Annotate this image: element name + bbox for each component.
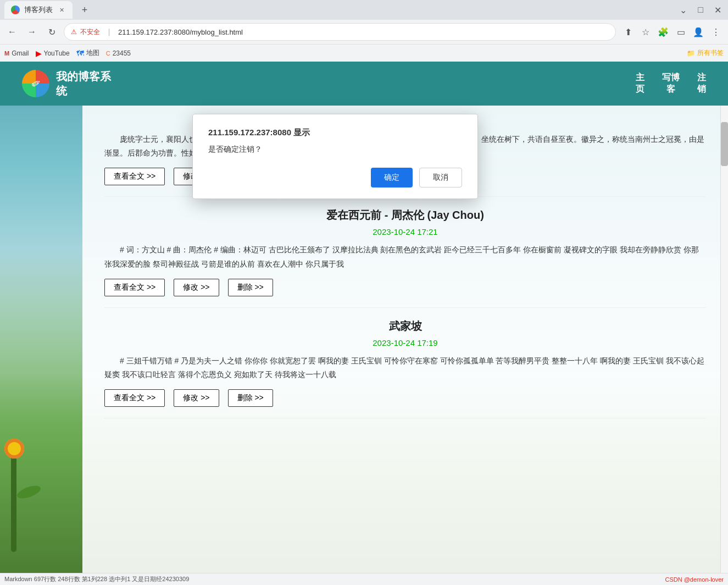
- nav-logout[interactable]: 注销: [697, 72, 706, 95]
- security-icon: ⚠: [71, 28, 77, 36]
- bookmark-gmail-label: Gmail: [12, 49, 29, 57]
- site-title: 我的博客系 统: [56, 69, 111, 98]
- post-3-actions: 查看全文 >> 修改 >> 删除 >>: [104, 389, 706, 407]
- extensions-icon[interactable]: 🧩: [655, 24, 671, 40]
- post-3-content: # 三姐千错万错 # 乃是为夫一人之错 你你你 你就宽恕了罢 啊我的妻 王氏宝钏…: [104, 354, 706, 382]
- post-3-title: 武家坡: [104, 319, 706, 334]
- post-2-edit-button[interactable]: 修改 >>: [174, 279, 219, 296]
- sidebar-icon[interactable]: ▭: [673, 24, 688, 40]
- bookmark-youtube-label: YouTube: [44, 49, 70, 57]
- post-3-edit-button[interactable]: 修改 >>: [174, 389, 219, 407]
- maps-icon: 🗺: [76, 49, 84, 58]
- gmail-icon: M: [4, 50, 9, 57]
- blog-post-3: 武家坡 2023-10-24 17:19 # 三姐千错万错 # 乃是为夫一人之错…: [104, 319, 706, 418]
- bookmarks-folder[interactable]: 📁 所有书签: [687, 48, 724, 58]
- toolbar-icons: ⬆ ☆ 🧩 ▭ 👤 ⋮: [620, 24, 724, 40]
- browser-chrome: 博客列表 ✕ + ⌄ □ ✕ ← → ↻ ⚠ 不安全 ｜ 211.159.172…: [0, 0, 728, 62]
- scroll-indicator[interactable]: [720, 106, 728, 585]
- nav-home[interactable]: 主页: [636, 72, 644, 95]
- dialog-confirm-button[interactable]: 确定: [371, 168, 413, 187]
- folder-icon: 📁: [687, 49, 695, 57]
- bookmark-maps-label: 地图: [86, 48, 99, 58]
- scroll-thumb[interactable]: [721, 122, 728, 166]
- dialog-title: 211.159.172.237:8080 显示: [208, 128, 462, 138]
- new-tab-button[interactable]: +: [77, 2, 92, 18]
- dialog-buttons: 确定 取消: [208, 168, 462, 187]
- tab-close-button[interactable]: ✕: [57, 5, 66, 14]
- back-button[interactable]: ←: [4, 24, 20, 40]
- bookmark-csdn[interactable]: C 23455: [106, 49, 131, 57]
- dialog-box: 211.159.172.237:8080 显示 是否确定注销？ 确定 取消: [192, 114, 478, 199]
- site-logo: ✏ 我的博客系 统: [22, 69, 111, 98]
- security-label: 不安全: [80, 27, 100, 37]
- active-tab[interactable]: 博客列表 ✕: [4, 1, 73, 19]
- post-2-date: 2023-10-24 17:21: [104, 227, 706, 236]
- post-1-view-button[interactable]: 查看全文 >>: [104, 168, 165, 185]
- bookmarks-folder-label: 所有书签: [697, 48, 724, 58]
- post-3-view-button[interactable]: 查看全文 >>: [104, 389, 165, 407]
- dialog-cancel-button[interactable]: 取消: [419, 168, 462, 187]
- maximize-button[interactable]: □: [696, 3, 705, 17]
- post-3-date: 2023-10-24 17:19: [104, 338, 706, 347]
- blog-post-2: 爱在西元前 - 周杰伦 (Jay Chou) 2023-10-24 17:21 …: [104, 208, 706, 307]
- forward-button[interactable]: →: [24, 24, 40, 40]
- post-2-actions: 查看全文 >> 修改 >> 删除 >>: [104, 279, 706, 296]
- address-bar-row: ← → ↻ ⚠ 不安全 ｜ 211.159.172.237:8080/myblo…: [0, 20, 728, 44]
- post-2-title: 爱在西元前 - 周杰伦 (Jay Chou): [104, 208, 706, 223]
- csdn-icon: C: [106, 50, 110, 57]
- menu-icon[interactable]: ⋮: [708, 24, 724, 40]
- bookmark-csdn-label: 23455: [113, 49, 131, 57]
- page-wrapper: ✏ 我的博客系 统 主页 写博客 注销: [0, 62, 728, 585]
- status-text-left: Markdown 697行数 248行数 第1列228 选中列1 又是日期经24…: [4, 575, 189, 583]
- post-2-delete-button[interactable]: 删除 >>: [228, 279, 273, 296]
- nav-write[interactable]: 写博客: [662, 72, 680, 95]
- bookmark-maps[interactable]: 🗺 地图: [76, 48, 99, 58]
- reload-button[interactable]: ↻: [44, 24, 59, 40]
- site-header: ✏ 我的博客系 统 主页 写博客 注销: [0, 62, 728, 106]
- bookmark-gmail[interactable]: M Gmail: [4, 49, 29, 57]
- post-2-content: # 词：方文山 # 曲：周杰伦 # 编曲：林迈可 古巴比伦王颁布了 汉摩拉比法典…: [104, 243, 706, 271]
- post-2-view-button[interactable]: 查看全文 >>: [104, 279, 165, 296]
- tab-title: 博客列表: [24, 5, 53, 15]
- title-bar: 博客列表 ✕ + ⌄ □ ✕: [0, 0, 728, 20]
- address-bar[interactable]: ⚠ 不安全 ｜ 211.159.172.237:8080/myblog_list…: [64, 23, 616, 41]
- dialog-message: 是否确定注销？: [208, 145, 462, 154]
- window-controls: ⌄ □ ✕: [677, 3, 724, 18]
- profile-icon[interactable]: 👤: [691, 24, 706, 40]
- status-text-right: CSDN @demon-lover: [665, 576, 724, 583]
- separator: ｜: [105, 27, 113, 37]
- tab-favicon: [11, 5, 20, 14]
- left-decoration: [0, 106, 82, 585]
- share-icon[interactable]: ⬆: [620, 24, 636, 40]
- logo-pen-icon: ✏: [29, 75, 43, 91]
- minimize-button[interactable]: ⌄: [677, 3, 689, 18]
- status-bar: Markdown 697行数 248行数 第1列228 选中列1 又是日期经24…: [0, 573, 728, 585]
- url-text: 211.159.172.237:8080/myblog_list.html: [118, 28, 609, 36]
- close-button[interactable]: ✕: [712, 3, 724, 18]
- site-nav: 主页 写博客 注销: [636, 72, 706, 95]
- bookmark-youtube[interactable]: ▶ YouTube: [36, 49, 70, 58]
- post-3-delete-button[interactable]: 删除 >>: [228, 389, 273, 407]
- bookmarks-bar: M Gmail ▶ YouTube 🗺 地图 C 23455 📁 所有书签: [0, 44, 728, 62]
- youtube-icon: ▶: [36, 49, 42, 58]
- logo-icon: ✏: [22, 70, 49, 97]
- bookmark-icon[interactable]: ☆: [638, 24, 653, 40]
